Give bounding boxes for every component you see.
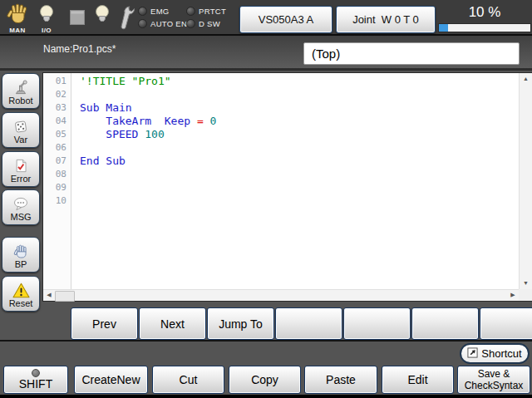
led-icon xyxy=(186,19,195,28)
shift-indicator-dot xyxy=(32,369,40,377)
man-label: MAN xyxy=(9,27,26,34)
bottom-button-label: CreateNew xyxy=(81,374,140,386)
indicator-label: PRTCT xyxy=(199,7,226,16)
scroll-left-icon[interactable]: ◀ xyxy=(45,290,53,300)
io-label: I/O xyxy=(42,27,52,34)
code-line: 01'!TITLE "Pro1" xyxy=(43,75,519,88)
hand-breakpoint-icon xyxy=(13,243,28,259)
indicator-label: D SW xyxy=(199,19,220,28)
nav-button-next[interactable]: Next xyxy=(139,307,206,340)
sidebar-item-var[interactable]: Var xyxy=(2,112,40,148)
vertical-scrollbar[interactable]: ▲ ▼ xyxy=(519,73,532,289)
code-line: 10 xyxy=(43,194,519,208)
program-title-bar: Name:Pro1.pcs* (Top) xyxy=(0,36,532,71)
bottom-button-label: Save & CheckSyntax xyxy=(465,368,524,391)
speed-progress-bar xyxy=(439,24,530,32)
sidebar-item-robot[interactable]: Robot xyxy=(2,73,40,109)
code-text: '!TITLE "Pro1" xyxy=(72,75,171,88)
bottom-button-label: SHIFT xyxy=(19,378,52,391)
sidebar-item-label: Reset xyxy=(9,298,33,309)
indicator-label: AUTO EN xyxy=(150,19,187,28)
code-editor[interactable]: 01'!TITLE "Pro1"0203Sub Main04 TakeArm K… xyxy=(43,73,532,301)
dice-icon xyxy=(12,118,29,135)
bottom-button-shift[interactable]: SHIFT xyxy=(3,366,68,394)
code-text: TakeArm Keep = 0 xyxy=(72,115,216,128)
code-text xyxy=(72,141,80,155)
sidebar-item-label: MSG xyxy=(10,212,31,223)
code-line: 06 xyxy=(43,141,519,155)
scroll-up-icon[interactable]: ▲ xyxy=(520,74,532,84)
code-line: 02 xyxy=(43,88,519,101)
code-line: 07End Sub xyxy=(43,155,519,168)
coordinate-mode-button[interactable]: Joint W 0 T 0 xyxy=(336,6,436,33)
line-number: 01 xyxy=(43,75,72,88)
indicator-emg: EMG xyxy=(138,7,170,16)
line-number: 02 xyxy=(43,88,72,101)
hand-man-icon xyxy=(7,3,28,27)
code-text: Sub Main xyxy=(72,101,132,115)
bottom-button-label: Copy xyxy=(251,374,278,386)
line-number: 04 xyxy=(43,115,72,128)
nav-button-jump-to[interactable]: Jump To xyxy=(207,307,274,340)
code-line: 09 xyxy=(43,181,519,194)
code-text xyxy=(72,181,80,194)
led-icon xyxy=(186,7,195,16)
sidebar-item-bp[interactable]: BP xyxy=(2,237,40,273)
sidebar-item-label: BP xyxy=(15,259,27,270)
horizontal-scrollbar[interactable]: ◀ ▶ xyxy=(43,289,519,301)
code-text: SPEED 100 xyxy=(72,128,165,141)
code-text: End Sub xyxy=(72,155,126,168)
horizontal-scroll-thumb[interactable] xyxy=(55,291,75,302)
maintenance-wrench-icon xyxy=(118,5,136,30)
bottom-edge xyxy=(0,395,532,398)
shortcut-label: Shortcut xyxy=(481,347,521,360)
scroll-down-icon[interactable]: ▼ xyxy=(520,278,532,288)
speed-percentage: 10 % xyxy=(439,4,530,21)
bottom-button-paste[interactable]: Paste xyxy=(304,366,377,394)
bottom-button-createnew[interactable]: CreateNew xyxy=(74,366,148,394)
nav-button-empty[interactable] xyxy=(480,307,532,340)
code-line: 08 xyxy=(43,168,519,181)
code-line: 04 TakeArm Keep = 0 xyxy=(43,115,519,128)
code-lines: 01'!TITLE "Pro1"0203Sub Main04 TakeArm K… xyxy=(43,75,519,208)
scroll-right-icon[interactable]: ▶ xyxy=(509,290,517,300)
led-icon xyxy=(138,19,147,28)
shortcut-window-icon xyxy=(467,347,478,361)
manual-mode-indicator: MAN xyxy=(7,3,28,34)
nav-button-prev[interactable]: Prev xyxy=(71,307,138,340)
top-status-bar: MAN I/O VS050A3 A Joint W 0 T 0 10 % EMG… xyxy=(0,0,532,36)
program-name: Name:Pro1.pcs* xyxy=(43,43,116,55)
nav-button-empty[interactable] xyxy=(343,307,411,340)
line-number: 09 xyxy=(43,181,72,194)
io-lamp-indicator: I/O xyxy=(38,4,55,34)
bottom-button-edit[interactable]: Edit xyxy=(382,366,454,394)
sidebar-item-msg[interactable]: MSG xyxy=(2,189,40,225)
lamp-bulb-icon xyxy=(94,4,111,24)
line-number: 06 xyxy=(43,141,72,155)
speed-progress-fill xyxy=(439,24,448,32)
warning-reset-icon xyxy=(12,282,30,298)
led-icon xyxy=(138,7,147,16)
robot-arm-icon xyxy=(12,79,29,96)
bottom-button-save-checksyntax[interactable]: Save & CheckSyntax xyxy=(457,366,530,394)
bottom-button-copy[interactable]: Copy xyxy=(229,366,301,394)
bottom-button-label: Cut xyxy=(180,374,198,386)
sidebar-item-label: Var xyxy=(14,135,27,145)
nav-button-empty[interactable] xyxy=(411,307,479,340)
line-number: 03 xyxy=(43,101,72,115)
nav-button-empty[interactable] xyxy=(275,307,342,340)
sidebar-item-error[interactable]: Error xyxy=(2,151,40,187)
sidebar-item-label: Error xyxy=(11,174,31,184)
bottom-button-label: Paste xyxy=(326,374,356,386)
indicator-prtct: PRTCT xyxy=(186,7,226,16)
sidebar-item-reset[interactable]: Reset xyxy=(2,276,40,312)
code-text xyxy=(72,88,80,101)
sidebar-item-label: Robot xyxy=(8,96,32,106)
message-bubble-icon xyxy=(12,195,29,212)
robot-type-button[interactable]: VS050A3 A xyxy=(239,6,332,33)
error-log-icon xyxy=(13,157,28,174)
cursor-position-display[interactable]: (Top) xyxy=(303,42,520,65)
shortcut-button[interactable]: Shortcut xyxy=(460,343,530,364)
panel-separator xyxy=(0,340,532,341)
bottom-button-cut[interactable]: Cut xyxy=(152,366,224,394)
